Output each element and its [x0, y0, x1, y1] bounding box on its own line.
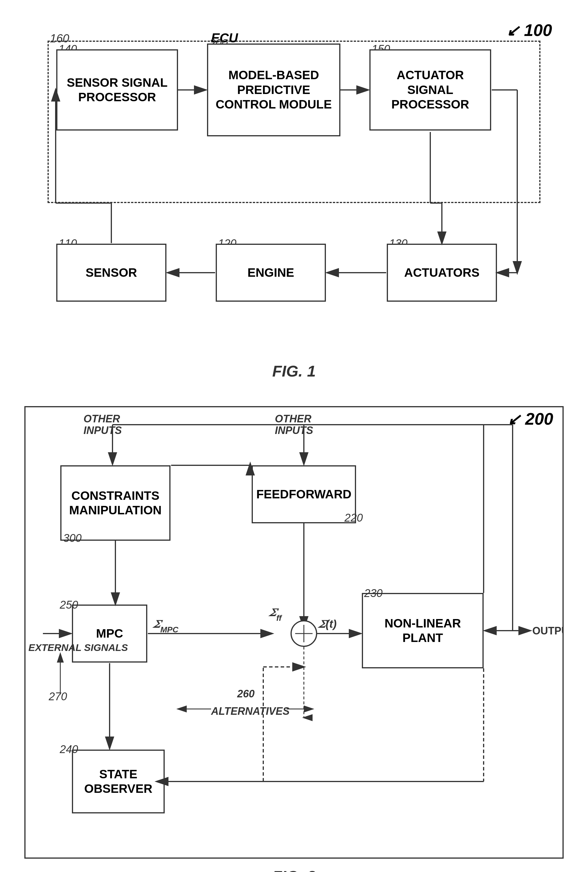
constraints-label: CONSTRAINTSMANIPULATION [69, 489, 162, 518]
actuators-label: ACTUATORS [404, 265, 480, 280]
label-230: 230 [364, 587, 382, 600]
fig2-title: FIG. 2 [23, 867, 565, 872]
sensor-block: SENSOR [56, 244, 166, 302]
fig1-ref-label: ↙ 100 [506, 20, 552, 40]
ssp-block: SENSOR SIGNALPROCESSOR [56, 49, 178, 131]
page: ↙ 100 ECU 160 140 200 150 SENSOR SIGNALP… [0, 0, 588, 872]
label-250: 250 [60, 599, 78, 611]
mpc-label: MPC [96, 626, 123, 641]
nonlinear-block: NON-LINEARPLANT [362, 593, 484, 668]
svg-text:OTHER: OTHER [84, 413, 120, 425]
svg-text:260: 260 [237, 688, 255, 700]
actuators-block: ACTUATORS [387, 244, 497, 302]
asp-label: ACTUATOR SIGNALPROCESSOR [374, 68, 487, 112]
state-observer-block: STATEOBSERVER [72, 750, 165, 813]
svg-text:𝛴(t): 𝛴(t) [318, 618, 337, 630]
svg-text:INPUTS: INPUTS [84, 424, 122, 436]
svg-text:INPUTS: INPUTS [275, 424, 313, 436]
label-240: 240 [60, 743, 78, 756]
nonlinear-label: NON-LINEARPLANT [384, 616, 461, 645]
svg-text:OUTPUTS: OUTPUTS [532, 625, 562, 637]
label-220: 220 [345, 512, 363, 524]
sensor-label: SENSOR [86, 265, 137, 280]
svg-text:ALTERNATIVES: ALTERNATIVES [211, 705, 290, 717]
state-observer-label: STATEOBSERVER [84, 767, 153, 796]
engine-block: ENGINE [216, 244, 326, 302]
asp-block: ACTUATOR SIGNALPROCESSOR [369, 49, 491, 131]
feedforward-label: FEEDFORWARD [256, 487, 351, 502]
feedforward-block: FEEDFORWARD [252, 465, 356, 523]
svg-text:OTHER: OTHER [275, 413, 311, 425]
svg-text:𝛴MPC: 𝛴MPC [152, 618, 178, 634]
svg-text:270: 270 [48, 690, 67, 702]
mpc-block: MPC [72, 604, 147, 663]
mbpcm-block: MODEL-BASEDPREDICTIVECONTROL MODULE [207, 44, 340, 136]
mbpcm-label: MODEL-BASEDPREDICTIVECONTROL MODULE [216, 68, 332, 112]
constraints-block: CONSTRAINTSMANIPULATION [60, 465, 171, 541]
fig2-wrapper: ↙ 200 CONSTRAINTSMANIPULATION 300 FEEDFO… [23, 406, 565, 872]
svg-text:𝛴ff: 𝛴ff [268, 606, 282, 622]
ssp-label: SENSOR SIGNALPROCESSOR [67, 75, 168, 105]
label-300: 300 [63, 532, 81, 544]
svg-point-33 [291, 621, 316, 646]
engine-label: ENGINE [248, 265, 294, 280]
fig2-diagram: CONSTRAINTSMANIPULATION 300 FEEDFORWARD … [24, 406, 564, 858]
fig1-title: FIG. 1 [272, 362, 316, 380]
fig1-diagram: ↙ 100 ECU 160 140 200 150 SENSOR SIGNALP… [24, 17, 564, 383]
